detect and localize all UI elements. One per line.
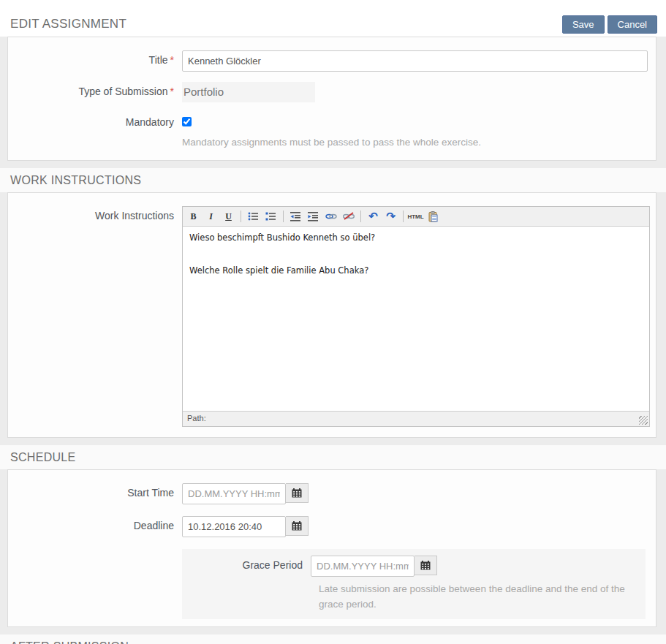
work-instructions-row: Work Instructions B I U <box>8 206 656 427</box>
work-instructions-panel: Work Instructions B I U <box>7 192 656 438</box>
edit-assignment-page: EDIT ASSIGNMENT Save Cancel Title* Type … <box>0 0 666 644</box>
title-row: Title* <box>8 50 656 72</box>
calendar-icon[interactable] <box>286 516 309 536</box>
page-header: EDIT ASSIGNMENT Save Cancel <box>0 0 666 37</box>
bullet-list-icon[interactable] <box>246 210 260 224</box>
mandatory-row: Mandatory Mandatory assignments must be … <box>8 113 656 150</box>
grace-period-input[interactable] <box>311 556 415 577</box>
deadline-row: Deadline <box>8 516 656 537</box>
editor-paragraph: Welche Rolle spielt die Familie Abu Chak… <box>189 265 643 276</box>
bold-icon[interactable]: B <box>186 210 200 224</box>
paste-from-word-icon[interactable] <box>426 210 440 224</box>
deadline-input[interactable] <box>182 516 286 537</box>
type-of-submission-row: Type of Submission* Portfolio <box>8 82 656 102</box>
deadline-label: Deadline <box>8 516 182 537</box>
calendar-icon[interactable] <box>415 556 437 575</box>
grace-period-hint: Late submission are possible between the… <box>319 581 646 612</box>
toolbar-separator <box>241 211 241 222</box>
start-time-input[interactable] <box>182 483 286 504</box>
mandatory-hint: Mandatory assignments must be passed to … <box>182 135 646 150</box>
link-icon[interactable] <box>324 210 338 224</box>
work-instructions-label: Work Instructions <box>8 206 182 427</box>
start-time-row: Start Time <box>8 483 656 504</box>
calendar-icon[interactable] <box>286 483 309 503</box>
undo-icon[interactable]: ↶ <box>366 210 380 224</box>
editor-toolbar: B I U <box>183 207 649 227</box>
required-asterisk: * <box>170 86 174 97</box>
editor-path-label: Path: <box>187 414 206 423</box>
work-instructions-heading: WORK INSTRUCTIONS <box>0 168 666 192</box>
unlink-icon[interactable] <box>341 210 355 224</box>
resize-grip[interactable] <box>639 416 648 425</box>
underline-icon[interactable]: U <box>222 210 235 224</box>
schedule-panel: Start Time Deadline <box>7 469 656 627</box>
toolbar-separator <box>360 211 361 222</box>
mandatory-label: Mandatory <box>8 113 182 150</box>
redo-icon[interactable]: ↷ <box>384 210 398 224</box>
italic-icon[interactable]: I <box>204 210 218 224</box>
type-of-submission-label: Type of Submission* <box>8 82 182 102</box>
editor-path-bar: Path: <box>183 411 649 426</box>
grace-period-row: Grace Period <box>182 556 646 577</box>
type-of-submission-value: Portfolio <box>182 82 315 102</box>
html-source-icon[interactable]: HTML <box>409 210 423 224</box>
cancel-button[interactable]: Cancel <box>608 15 657 34</box>
toolbar-separator <box>283 211 284 222</box>
indent-icon[interactable] <box>306 210 320 224</box>
after-submission-heading: AFTER SUBMISSION <box>0 634 666 644</box>
required-asterisk: * <box>170 54 174 66</box>
save-button[interactable]: Save <box>562 15 605 34</box>
outdent-icon[interactable] <box>289 210 303 224</box>
editor-content-area[interactable]: Wieso beschimpft Bushido Kenneth so übel… <box>183 227 649 411</box>
mandatory-checkbox[interactable] <box>182 117 192 126</box>
title-input[interactable] <box>182 50 648 72</box>
general-settings-panel: Title* Type of Submission* Portfolio Man… <box>7 37 656 161</box>
editor-paragraph: Wieso beschimpft Bushido Kenneth so übel… <box>189 232 643 243</box>
page-title: EDIT ASSIGNMENT <box>10 17 126 31</box>
toolbar-separator <box>403 211 404 222</box>
schedule-heading: SCHEDULE <box>0 445 666 469</box>
header-actions: Save Cancel <box>562 15 657 34</box>
start-time-label: Start Time <box>8 483 182 504</box>
grace-period-label: Grace Period <box>182 556 311 577</box>
grace-period-subpanel: Grace Period Late submission are possibl… <box>182 549 646 619</box>
rich-text-editor: B I U <box>182 206 650 427</box>
title-label: Title* <box>8 50 182 72</box>
numbered-list-icon[interactable] <box>264 210 278 224</box>
